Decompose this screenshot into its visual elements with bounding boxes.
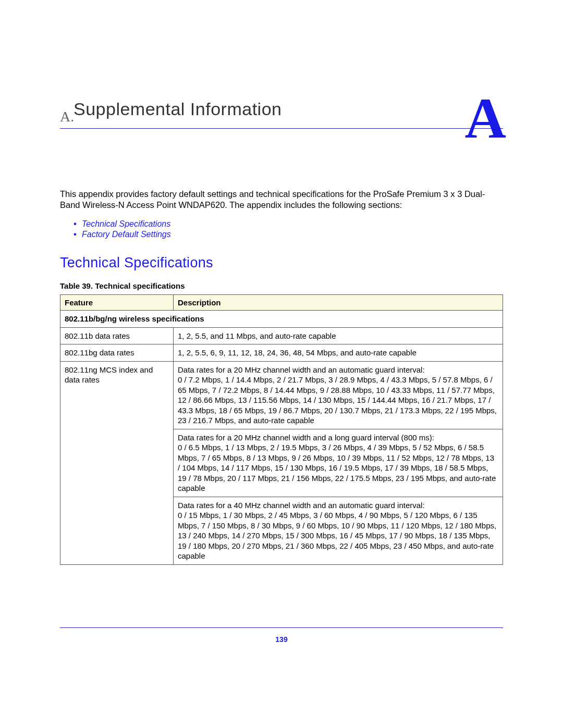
appendix-letter-big: A xyxy=(465,90,506,147)
table-row: 802.11ng MCS index and data rates Data r… xyxy=(60,361,503,429)
cell-description: Data rates for a 20 MHz channel width an… xyxy=(174,361,503,429)
table-caption: Table 39. Technical specifications xyxy=(60,281,503,290)
table-row: 802.11b data rates 1, 2, 5.5, and 11 Mbp… xyxy=(60,327,503,344)
cell-feature: 802.11bg data rates xyxy=(60,344,174,362)
desc-header: Data rates for a 20 MHz channel width an… xyxy=(178,433,434,442)
appendix-letter-small: A. xyxy=(60,108,70,125)
column-header-feature: Feature xyxy=(60,295,174,311)
desc-header: Data rates for a 40 MHz channel width an… xyxy=(178,501,425,510)
cell-description: 1, 2, 5.5, 6, 9, 11, 12, 18, 24, 36, 48,… xyxy=(174,344,503,362)
table-row: 802.11bg data rates 1, 2, 5.5, 6, 9, 11,… xyxy=(60,344,503,362)
desc-body: 0 / 7.2 Mbps, 1 / 14.4 Mbps, 2 / 21.7 Mb… xyxy=(178,375,497,425)
section-heading: Technical Specifications xyxy=(60,255,503,271)
link-factory-default[interactable]: Factory Default Settings xyxy=(82,230,503,239)
technical-specifications-table: Feature Description 802.11b/bg/ng wirele… xyxy=(60,294,503,565)
cell-feature: 802.11ng MCS index and data rates xyxy=(60,361,174,564)
cell-description: Data rates for a 20 MHz channel width an… xyxy=(174,429,503,497)
desc-body: 0 / 15 Mbps, 1 / 30 Mbps, 2 / 45 Mbps, 3… xyxy=(178,511,496,560)
page-number: 139 xyxy=(0,628,563,670)
cell-feature: 802.11b data rates xyxy=(60,327,174,344)
chapter-header: A. Supplemental Information A xyxy=(60,99,503,129)
section-link-list: Technical Specifications Factory Default… xyxy=(60,219,503,239)
desc-body: 0 / 6.5 Mbps, 1 / 13 Mbps, 2 / 19.5 Mbps… xyxy=(178,443,496,492)
column-header-description: Description xyxy=(174,295,503,311)
cell-description: Data rates for a 40 MHz channel width an… xyxy=(174,497,503,564)
intro-paragraph: This appendix provides factory default s… xyxy=(60,189,503,211)
cell-description: 1, 2, 5.5, and 11 Mbps, and auto-rate ca… xyxy=(174,327,503,344)
table-subheader: 802.11b/bg/ng wireless specifications xyxy=(60,311,503,328)
page-title: Supplemental Information xyxy=(74,99,503,119)
desc-header: Data rates for a 20 MHz channel width an… xyxy=(178,365,425,374)
link-technical-specs[interactable]: Technical Specifications xyxy=(82,219,503,229)
